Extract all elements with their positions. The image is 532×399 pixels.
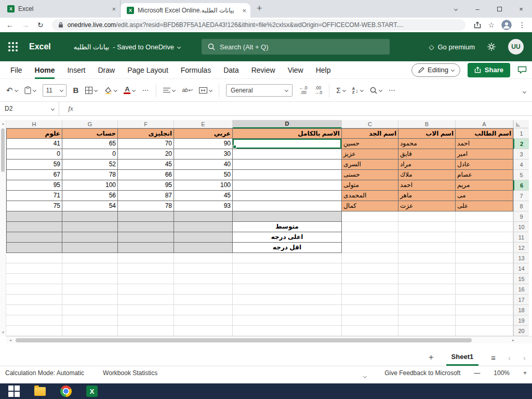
document-title[interactable]: بيانات الطلبه - Saved to OneDrive — [74, 43, 180, 51]
account-avatar[interactable]: UU — [508, 39, 524, 55]
cell-B3[interactable]: فايق — [398, 149, 456, 159]
cell-H9[interactable] — [6, 211, 62, 222]
cell-E12[interactable] — [174, 243, 233, 253]
cell-A10[interactable] — [456, 222, 513, 232]
cell-C14[interactable] — [342, 263, 398, 274]
cell-G4[interactable]: 52 — [62, 159, 118, 170]
column-header-C[interactable]: C — [342, 120, 398, 128]
menu-home[interactable]: Home — [35, 61, 55, 79]
tab-search-chevron-icon[interactable] — [445, 0, 467, 18]
cell-A1[interactable]: اسم الطالب — [456, 128, 513, 139]
menu-view[interactable]: View — [288, 61, 303, 79]
cell-F16[interactable] — [118, 284, 174, 295]
cell-F9[interactable] — [118, 211, 174, 222]
cell-H1[interactable]: علوم — [6, 128, 62, 139]
menu-page-layout[interactable]: Page Layout — [127, 61, 168, 79]
cell-D4[interactable] — [233, 159, 342, 170]
cell-E7[interactable]: 45 — [174, 191, 233, 201]
cell-A16[interactable] — [456, 284, 513, 295]
cell-E2[interactable]: 90 — [174, 139, 233, 149]
cell-D16[interactable] — [233, 284, 342, 295]
all-sheets-icon[interactable]: ≡ — [491, 353, 496, 362]
cell-B8[interactable]: عزت — [398, 201, 456, 211]
cell-A15[interactable] — [456, 274, 513, 284]
cell-G5[interactable]: 78 — [62, 170, 118, 180]
row-header-8[interactable]: 8 — [513, 201, 529, 211]
cell-G10[interactable] — [62, 222, 118, 232]
new-tab-button[interactable]: + — [257, 3, 262, 14]
cell-D19[interactable] — [233, 315, 342, 326]
cell-F15[interactable] — [118, 274, 174, 284]
add-sheet-button[interactable]: + — [429, 352, 434, 363]
cell-C11[interactable] — [342, 232, 398, 243]
cell-E11[interactable] — [174, 232, 233, 243]
cell-H15[interactable] — [6, 274, 62, 284]
row-header-1[interactable]: 1 — [513, 128, 529, 139]
scroll-up-icon[interactable]: ▲ — [0, 120, 6, 127]
horizontal-scrollbar[interactable]: ◄ ► — [6, 336, 532, 343]
cell-E1[interactable]: عربي — [174, 128, 233, 139]
cell-B1[interactable]: اسم الاب — [398, 128, 456, 139]
menu-draw[interactable]: Draw — [98, 61, 115, 79]
cell-G11[interactable] — [62, 232, 118, 243]
cell-A13[interactable] — [456, 253, 513, 263]
back-icon[interactable]: ← — [6, 21, 14, 29]
select-all-corner[interactable] — [513, 120, 529, 128]
column-header-E[interactable]: E — [174, 120, 233, 128]
cell-D10[interactable]: متوسط — [233, 222, 342, 232]
cell-B11[interactable] — [398, 232, 456, 243]
cell-H19[interactable] — [6, 315, 62, 326]
cell-B16[interactable] — [398, 284, 456, 295]
row-header-2[interactable]: 2 — [513, 139, 529, 149]
cell-G14[interactable] — [62, 263, 118, 274]
cell-B9[interactable] — [398, 211, 456, 222]
cell-D13[interactable] — [233, 253, 342, 263]
horizontal-scroll-thumb[interactable] — [16, 338, 472, 342]
row-header-12[interactable]: 12 — [513, 243, 529, 253]
cell-E19[interactable] — [174, 315, 233, 326]
cell-B15[interactable] — [398, 274, 456, 284]
cell-E3[interactable]: 30 — [174, 149, 233, 159]
share-page-icon[interactable] — [474, 21, 481, 29]
window-close-button[interactable]: × — [510, 0, 532, 18]
row-header-6[interactable]: 6 — [513, 180, 529, 191]
search-input[interactable]: Search (Alt + Q) — [202, 39, 390, 55]
cell-G12[interactable] — [62, 243, 118, 253]
cell-B2[interactable]: محمود — [398, 139, 456, 149]
decrease-decimal-button[interactable]: .00 →.0 — [314, 86, 323, 95]
column-header-D[interactable]: D — [233, 120, 342, 128]
cell-F5[interactable]: 66 — [118, 170, 174, 180]
editing-dropdown[interactable]: Editing — [411, 63, 460, 77]
next-sheet-icon[interactable]: › — [523, 353, 526, 362]
increase-decimal-button[interactable]: ←.0 .00 — [299, 86, 308, 95]
cell-E14[interactable] — [174, 263, 233, 274]
browser-tab-workbook[interactable]: X Microsoft Excel Online.بيانات الطلبه × — [121, 3, 250, 18]
share-button[interactable]: Share — [468, 63, 510, 77]
browser-profile-icon[interactable] — [501, 20, 512, 30]
menu-help[interactable]: Help — [316, 61, 331, 79]
formula-input[interactable] — [82, 102, 532, 115]
cell-B10[interactable] — [398, 222, 456, 232]
browser-menu-icon[interactable]: ⋮ — [518, 21, 526, 29]
cell-H4[interactable]: 59 — [6, 159, 62, 170]
cell-B14[interactable] — [398, 263, 456, 274]
cell-F3[interactable]: 20 — [118, 149, 174, 159]
cell-H16[interactable] — [6, 284, 62, 295]
status-chevron-icon[interactable] — [364, 372, 366, 379]
cell-F4[interactable]: 45 — [118, 159, 174, 170]
scroll-down-icon[interactable]: ▼ — [0, 329, 6, 336]
cell-F1[interactable]: انجليزى — [118, 128, 174, 139]
cell-B17[interactable] — [398, 295, 456, 305]
start-button[interactable] — [8, 385, 20, 397]
font-size-input[interactable]: 11 — [43, 84, 66, 97]
cell-C9[interactable] — [342, 211, 398, 222]
cell-G20[interactable] — [62, 326, 118, 336]
cell-C6[interactable]: متولى — [342, 180, 398, 191]
cell-H3[interactable]: 0 — [6, 149, 62, 159]
cell-H12[interactable] — [6, 243, 62, 253]
cell-D15[interactable] — [233, 274, 342, 284]
menu-insert[interactable]: Insert — [67, 61, 85, 79]
cell-G3[interactable]: 0 — [62, 149, 118, 159]
cell-C16[interactable] — [342, 284, 398, 295]
cell-H18[interactable] — [6, 305, 62, 315]
